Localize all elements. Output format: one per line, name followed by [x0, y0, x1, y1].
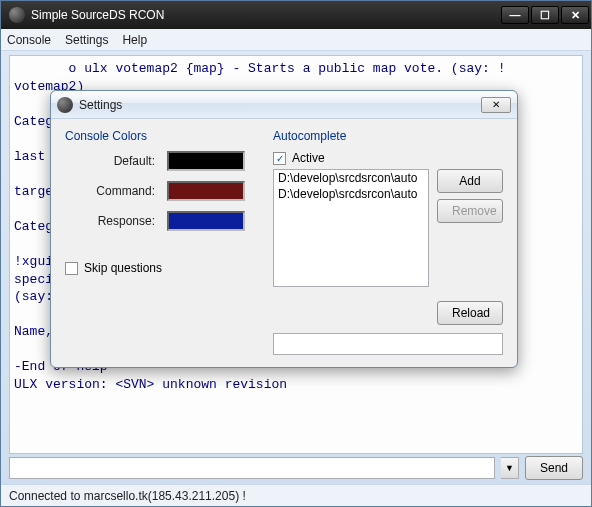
command-input[interactable]	[9, 457, 495, 479]
menu-console[interactable]: Console	[7, 33, 51, 47]
command-color-label: Command:	[96, 184, 155, 198]
settings-close-button[interactable]: ✕	[481, 97, 511, 113]
settings-body: Console Colors Default: Command: Respons…	[51, 119, 517, 367]
console-colors-label: Console Colors	[65, 129, 255, 143]
close-button[interactable]: ✕	[561, 6, 589, 24]
command-row: ▼ Send	[9, 456, 583, 480]
remove-button[interactable]: Remove	[437, 199, 503, 223]
active-checkbox[interactable]: ✓	[273, 152, 286, 165]
maximize-button[interactable]: ☐	[531, 6, 559, 24]
autocomplete-path-input[interactable]	[273, 333, 503, 355]
settings-dialog: Settings ✕ Console Colors Default: Comma…	[50, 90, 518, 368]
add-button[interactable]: Add	[437, 169, 503, 193]
default-color-label: Default:	[114, 154, 155, 168]
command-history-dropdown[interactable]: ▼	[501, 457, 519, 479]
response-color-label: Response:	[98, 214, 155, 228]
minimize-button[interactable]: —	[501, 6, 529, 24]
menu-help[interactable]: Help	[122, 33, 147, 47]
status-text: Connected to marcsello.tk(185.43.211.205…	[9, 489, 246, 503]
skip-questions-label: Skip questions	[84, 261, 162, 275]
app-icon	[9, 7, 25, 23]
autocomplete-section: Autocomplete ✓ Active D:\develop\srcdsrc…	[273, 129, 503, 355]
reload-button[interactable]: Reload	[437, 301, 503, 325]
menu-settings[interactable]: Settings	[65, 33, 108, 47]
settings-titlebar: Settings ✕	[51, 91, 517, 119]
autocomplete-list[interactable]: D:\develop\srcdsrcon\auto D:\develop\src…	[273, 169, 429, 287]
skip-questions-checkbox[interactable]	[65, 262, 78, 275]
autocomplete-label: Autocomplete	[273, 129, 503, 143]
response-color-swatch[interactable]	[167, 211, 245, 231]
titlebar: Simple SourceDS RCON — ☐ ✕	[1, 1, 591, 29]
statusbar: Connected to marcsello.tk(185.43.211.205…	[1, 484, 591, 506]
window-title: Simple SourceDS RCON	[31, 8, 501, 22]
send-button[interactable]: Send	[525, 456, 583, 480]
active-label: Active	[292, 151, 325, 165]
window-controls: — ☐ ✕	[501, 6, 589, 24]
settings-title: Settings	[79, 98, 481, 112]
settings-icon	[57, 97, 73, 113]
list-item[interactable]: D:\develop\srcdsrcon\auto	[274, 170, 428, 186]
menubar: Console Settings Help	[1, 29, 591, 51]
default-color-swatch[interactable]	[167, 151, 245, 171]
list-item[interactable]: D:\develop\srcdsrcon\auto	[274, 186, 428, 202]
command-color-swatch[interactable]	[167, 181, 245, 201]
console-colors-section: Console Colors Default: Command: Respons…	[65, 129, 255, 355]
